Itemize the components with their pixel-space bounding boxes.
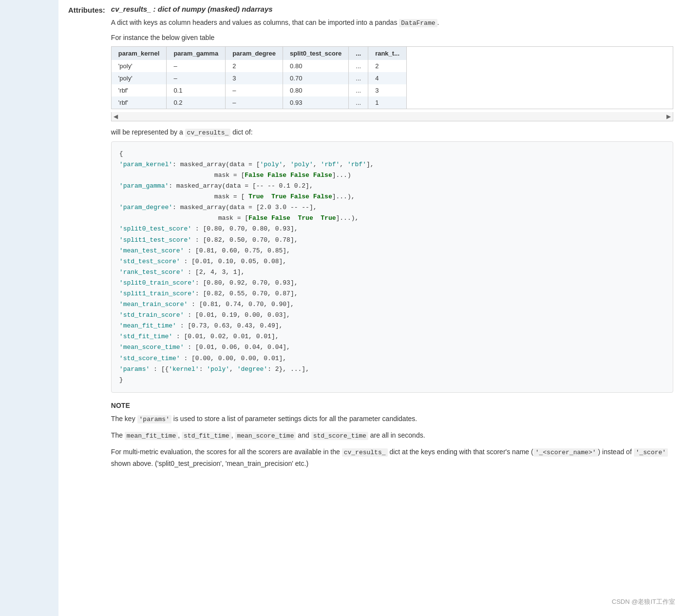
cv-results-inline-code: cv_results_ — [342, 448, 388, 457]
will-be-text: will be represented by a cv_results_ dic… — [111, 128, 673, 136]
note-line-2: The mean_fit_time, std_fit_time, mean_sc… — [111, 430, 673, 442]
table-cell: 3 — [368, 84, 407, 96]
table-cell: – — [167, 60, 226, 72]
scorer-name-code: '_<scorer_name>' — [533, 448, 598, 457]
table-cell: – — [167, 72, 226, 84]
params-code: 'params' — [137, 415, 171, 424]
table-cell: 2 — [368, 60, 407, 72]
table-cell: ... — [349, 60, 368, 72]
table-cell: ... — [349, 72, 368, 84]
th-param-gamma: param_gamma — [167, 47, 226, 60]
table-cell: 3 — [226, 72, 283, 84]
table-scroll-hint: ◀ ▶ — [111, 112, 673, 121]
attributes-label: Attributes: — [68, 5, 105, 14]
th-param-degree: param_degree — [226, 47, 283, 60]
th-param-kernel: param_kernel — [112, 47, 167, 60]
score-code: '_score' — [634, 448, 668, 457]
table-cell: 'poly' — [112, 72, 167, 84]
cv-results-code: cv_results_ — [185, 129, 231, 137]
watermark: CSDN @老狼IT工作室 — [612, 597, 675, 606]
note-section: NOTE The key 'params' is used to store a… — [111, 402, 673, 470]
table-row: 'poly'–20.80...2 — [112, 60, 407, 72]
table-cell: 0.70 — [283, 72, 349, 84]
table-cell: 0.2 — [167, 96, 226, 109]
section-title: cv_results_ : dict of numpy (masked) nda… — [111, 5, 673, 13]
std-score-time-code: std_score_time — [311, 432, 368, 440]
table-row: 'poly'–30.70...4 — [112, 72, 407, 84]
table-cell: 0.80 — [283, 60, 349, 72]
note-line-3: For multi-metric evaluation, the scores … — [111, 446, 673, 470]
th-split0-test-score: split0_test_score — [283, 47, 349, 60]
table-cell: 1 — [368, 96, 407, 109]
scroll-left-icon[interactable]: ◀ — [114, 113, 118, 120]
table-cell: – — [226, 96, 283, 109]
table-cell: 2 — [226, 60, 283, 72]
table-row: 'rbf'0.1–0.80...3 — [112, 84, 407, 96]
attributes-content: cv_results_ : dict of numpy (masked) nda… — [111, 5, 673, 475]
sidebar — [0, 0, 58, 616]
th-rank-t: rank_t... — [368, 47, 407, 60]
main-content: Attributes: cv_results_ : dict of numpy … — [58, 0, 683, 616]
note-label: NOTE — [111, 402, 673, 409]
data-table-wrapper: param_kernel param_gamma param_degree sp… — [111, 46, 673, 109]
table-cell: 'poly' — [112, 60, 167, 72]
table-cell: 'rbf' — [112, 96, 167, 109]
th-ellipsis: ... — [349, 47, 368, 60]
scroll-right-icon[interactable]: ▶ — [666, 113, 671, 120]
description-text: A dict with keys as column headers and v… — [111, 17, 673, 29]
note-line-1: The key 'params' is used to store a list… — [111, 413, 673, 425]
mean-fit-time-code: mean_fit_time — [125, 432, 178, 440]
table-cell: 0.93 — [283, 96, 349, 109]
data-table: param_kernel param_gamma param_degree sp… — [112, 47, 407, 109]
table-cell: ... — [349, 84, 368, 96]
mean-score-time-code: mean_score_time — [235, 432, 296, 440]
code-block: { 'param_kernel': masked_array(data = ['… — [111, 141, 673, 393]
for-instance-text: For instance the below given table — [111, 34, 673, 41]
table-cell: 0.1 — [167, 84, 226, 96]
table-cell: – — [226, 84, 283, 96]
table-body: 'poly'–20.80...2'poly'–30.70...4'rbf'0.1… — [112, 60, 407, 109]
table-cell: ... — [349, 96, 368, 109]
table-cell: 4 — [368, 72, 407, 84]
std-fit-time-code: std_fit_time — [182, 432, 231, 440]
table-header-row: param_kernel param_gamma param_degree sp… — [112, 47, 407, 60]
table-cell: 'rbf' — [112, 84, 167, 96]
table-cell: 0.80 — [283, 84, 349, 96]
dataframe-code: DataFrame — [399, 19, 437, 27]
table-row: 'rbf'0.2–0.93...1 — [112, 96, 407, 109]
